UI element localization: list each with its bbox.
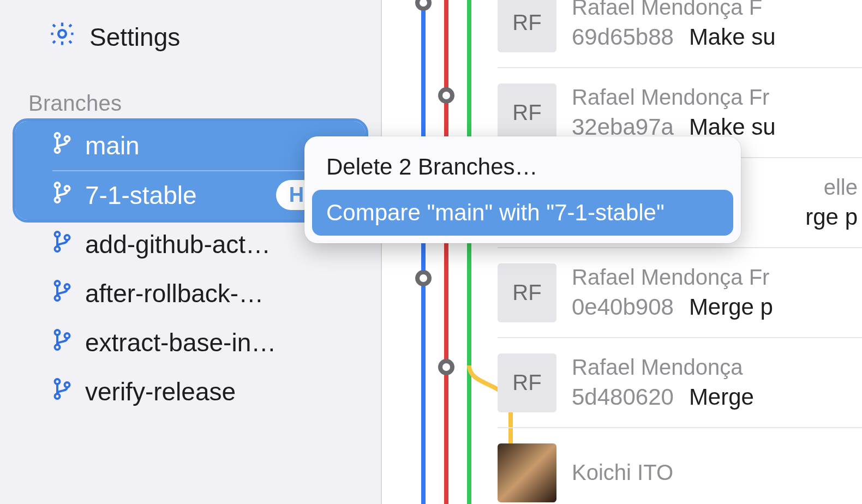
commit-node[interactable] <box>438 87 454 104</box>
commit-text: elle rge p <box>805 175 858 230</box>
svg-point-9 <box>65 235 70 240</box>
branch-name: after-rollback-… <box>85 279 349 308</box>
commit-hash: 5d480620 <box>572 384 674 410</box>
commit-node[interactable] <box>415 0 432 11</box>
commit-text: Rafael Mendonça Fr 0e40b908 Merge p <box>572 265 773 320</box>
svg-point-3 <box>65 136 70 141</box>
svg-point-4 <box>55 183 60 188</box>
gear-icon <box>48 20 76 54</box>
svg-point-16 <box>55 379 60 384</box>
graph-line-blue <box>421 0 426 504</box>
commit-list-panel: RF Rafael Mendonça F 69d65b88 Make su RF… <box>383 0 862 504</box>
svg-point-0 <box>58 30 66 38</box>
commit-message: rge p <box>805 204 858 230</box>
avatar <box>498 443 556 502</box>
commit-message: Merge p <box>689 294 773 320</box>
branch-icon <box>52 131 72 160</box>
svg-point-12 <box>65 284 70 289</box>
commit-message: Merge <box>689 384 754 410</box>
graph-line-red <box>444 0 448 504</box>
branch-name: extract-base-in… <box>85 328 349 357</box>
avatar: RF <box>498 83 556 142</box>
commit-text: Rafael Mendonça Fr 32eba97a Make su <box>572 85 776 140</box>
sidebar-item-settings[interactable]: Settings <box>0 0 381 54</box>
svg-point-7 <box>55 232 60 237</box>
svg-point-10 <box>55 281 60 286</box>
commit-author: Rafael Mendonça F <box>572 0 776 20</box>
settings-label: Settings <box>89 22 180 52</box>
menu-item-delete-branches[interactable]: Delete 2 Branches… <box>312 144 733 190</box>
branch-list-rest: add-github-act… after-rollback-… extract… <box>15 220 366 416</box>
branch-icon <box>52 230 72 259</box>
commit-text: Koichi ITO <box>572 460 673 485</box>
branches-header: Branches <box>0 54 381 121</box>
svg-point-14 <box>55 345 60 350</box>
commit-author: elle <box>824 175 858 200</box>
commit-author: Rafael Mendonça Fr <box>572 265 773 290</box>
commit-node[interactable] <box>415 270 432 286</box>
branch-item[interactable]: verify-release <box>15 367 366 416</box>
commit-author: Koichi ITO <box>572 460 673 485</box>
commit-message: Make su <box>689 24 776 50</box>
commit-hash: 69d65b88 <box>572 24 674 50</box>
branch-item[interactable]: extract-base-in… <box>15 318 366 367</box>
commit-author: Rafael Mendonça <box>572 355 754 380</box>
commit-text: Rafael Mendonça 5d480620 Merge <box>572 355 754 410</box>
menu-item-compare-branches[interactable]: Compare "main" with "7-1-stable" <box>312 190 733 236</box>
commit-hash: 0e40b908 <box>572 294 674 320</box>
svg-point-5 <box>55 197 60 202</box>
sidebar: Settings Branches main 7-1-stable HEA <box>0 0 382 504</box>
commit-row[interactable]: RF Rafael Mendonça F 69d65b88 Make su <box>498 0 862 68</box>
svg-point-6 <box>65 186 70 191</box>
branch-name: verify-release <box>85 377 349 406</box>
branch-context-menu: Delete 2 Branches… Compare "main" with "… <box>304 136 741 243</box>
svg-point-8 <box>55 247 60 251</box>
commit-list: RF Rafael Mendonça F 69d65b88 Make su RF… <box>498 0 862 504</box>
branch-icon <box>52 279 72 308</box>
branch-icon <box>52 328 72 357</box>
branch-icon <box>52 181 72 210</box>
svg-point-2 <box>55 148 60 153</box>
avatar: RF <box>498 353 556 412</box>
commit-row[interactable]: RF Rafael Mendonça Fr 0e40b908 Merge p <box>498 248 862 338</box>
commit-text: Rafael Mendonça F 69d65b88 Make su <box>572 0 776 50</box>
svg-point-13 <box>55 330 60 335</box>
svg-point-11 <box>55 296 60 301</box>
branch-name: 7-1-stable <box>85 181 263 210</box>
branch-icon <box>52 377 72 406</box>
avatar: RF <box>498 263 556 322</box>
commit-author: Rafael Mendonça Fr <box>572 85 776 110</box>
commit-row[interactable]: RF Rafael Mendonça 5d480620 Merge <box>498 338 862 428</box>
avatar: RF <box>498 0 556 52</box>
svg-point-1 <box>55 133 60 138</box>
commit-node[interactable] <box>438 359 454 375</box>
commit-row[interactable]: Koichi ITO <box>498 428 862 504</box>
svg-point-15 <box>65 333 70 338</box>
svg-point-18 <box>65 382 70 387</box>
branch-item[interactable]: after-rollback-… <box>15 269 366 318</box>
svg-point-17 <box>55 394 60 399</box>
